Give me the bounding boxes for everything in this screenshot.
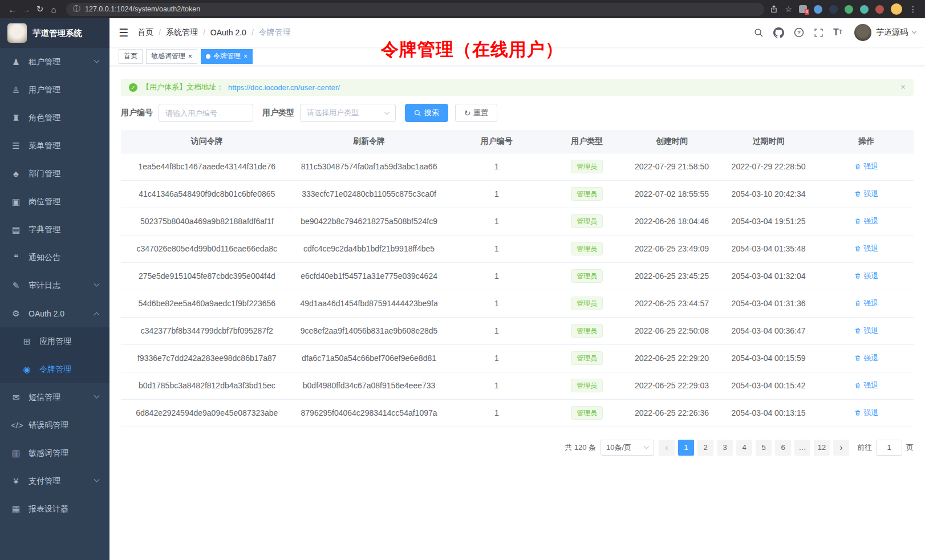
search-icon[interactable] — [754, 28, 764, 38]
sidebar-item-oauth2[interactable]: ⚙OAuth 2.0 — [0, 299, 109, 327]
sidebar-item-sms[interactable]: ✉短信管理 — [0, 383, 109, 411]
more-pages-button[interactable]: … — [794, 440, 810, 456]
sidebar-item-report-designer[interactable]: ▦报表设计器 — [0, 495, 109, 523]
page-button-2[interactable]: 2 — [697, 440, 713, 456]
goto-page-input[interactable] — [876, 440, 902, 456]
sidebar-item-tenant[interactable]: ♟租户管理 — [0, 48, 109, 76]
user-type-tag: 管理员 — [571, 297, 603, 310]
tab-home[interactable]: 首页 — [119, 49, 143, 64]
extension-icon[interactable]: 6 — [799, 5, 807, 13]
report-icon: ▦ — [11, 504, 21, 514]
sidebar-item-post[interactable]: ▣岗位管理 — [0, 188, 109, 216]
breadcrumb-item[interactable]: 首页 — [137, 27, 153, 38]
browser-forward-icon[interactable]: → — [19, 2, 33, 16]
extension-icon[interactable] — [845, 5, 853, 14]
tab-close-icon[interactable]: × — [244, 53, 248, 60]
access-token-cell: c347026e805e4d99b0d116eae66eda8c — [121, 235, 293, 262]
sidebar-item-role[interactable]: ♜角色管理 — [0, 104, 109, 132]
page-button-5[interactable]: 5 — [756, 440, 772, 456]
doc-link[interactable]: https://doc.iocoder.cn/user-center/ — [228, 83, 340, 92]
sidebar-item-audit-log[interactable]: ✎审计日志 — [0, 271, 109, 299]
force-logout-button[interactable]: 强退 — [854, 380, 878, 391]
dept-icon: ♣ — [11, 169, 21, 178]
create-time-cell: 2022-07-29 21:58:50 — [626, 153, 717, 180]
force-logout-button[interactable]: 强退 — [854, 271, 878, 281]
breadcrumb-item[interactable]: 系统管理 — [166, 27, 198, 38]
address-bar[interactable]: ⓘ 127.0.0.1:1024/system/oauth2/token — [66, 3, 764, 16]
bookmark-star-icon[interactable]: ☆ — [785, 5, 792, 14]
breadcrumb-separator: / — [251, 28, 254, 37]
user-id-cell: 1 — [445, 372, 549, 399]
column-header: 访问令牌 — [121, 130, 293, 153]
force-logout-button[interactable]: 强退 — [854, 408, 878, 418]
table-row: f9336e7c7dd242a283ee98dc86b17a87 dfa6c71… — [121, 344, 914, 372]
page-button-3[interactable]: 3 — [717, 440, 733, 456]
extension-icon[interactable] — [814, 5, 822, 14]
force-logout-label: 强退 — [863, 353, 878, 363]
user-menu[interactable]: 芋道源码 — [854, 24, 916, 41]
font-size-icon[interactable]: TT — [833, 28, 842, 37]
sidebar-item-dept[interactable]: ♣部门管理 — [0, 160, 109, 188]
page-button-1[interactable]: 1 — [678, 440, 694, 456]
fullscreen-icon[interactable] — [814, 28, 823, 38]
sidebar-item-dict[interactable]: ▤字典管理 — [0, 216, 109, 244]
expire-time-cell: 2054-03-04 01:31:36 — [718, 290, 819, 317]
force-logout-button[interactable]: 强退 — [854, 244, 878, 254]
breadcrumb-item[interactable]: OAuth 2.0 — [210, 28, 246, 37]
user-id-cell: 1 — [445, 344, 549, 372]
sidebar-item-oauth2-token[interactable]: ◉令牌管理 — [0, 355, 109, 383]
token-table-body: 1ea5e44f8bc1467aaede43144f31de76 811c530… — [121, 153, 914, 427]
browser-home-icon[interactable]: ⌂ — [47, 2, 60, 16]
search-button[interactable]: 搜索 — [405, 104, 448, 122]
sidebar-item-error-code[interactable]: </>错误码管理 — [0, 411, 109, 439]
oauth-icon: ⚙ — [11, 309, 21, 319]
create-time-cell: 2022-06-25 23:45:25 — [626, 262, 717, 290]
breadcrumb: 首页/系统管理/OAuth 2.0/令牌管理 — [137, 27, 291, 38]
sidebar-item-oauth2-app[interactable]: ⊞应用管理 — [0, 327, 109, 355]
browser-reload-icon[interactable]: ↻ — [33, 2, 47, 16]
share-icon[interactable] — [770, 5, 778, 13]
user-type-select[interactable]: 请选择用户类型 — [300, 104, 396, 122]
browser-back-icon[interactable]: ← — [6, 2, 19, 16]
force-logout-button[interactable]: 强退 — [854, 161, 878, 172]
help-icon[interactable]: ? — [794, 27, 804, 38]
expire-time-cell: 2054-03-04 01:35:48 — [718, 235, 819, 262]
reset-button[interactable]: ↻ 重置 — [455, 104, 497, 122]
tab-close-icon[interactable]: × — [188, 53, 192, 60]
next-page-button[interactable]: › — [833, 440, 849, 456]
role-icon: ♜ — [11, 113, 21, 123]
force-logout-label: 强退 — [863, 216, 878, 226]
user-type-tag: 管理员 — [571, 406, 603, 420]
page-button-12[interactable]: 12 — [814, 440, 830, 456]
page-button-4[interactable]: 4 — [736, 440, 752, 456]
browser-profile-avatar[interactable] — [891, 3, 902, 15]
prev-page-button[interactable]: ‹ — [659, 440, 675, 456]
page-size-select[interactable]: 10条/页 — [601, 440, 654, 456]
tab-sensitive-word[interactable]: 敏感词管理× — [146, 49, 197, 64]
page-button-6[interactable]: 6 — [775, 440, 791, 456]
sidebar-item-notice[interactable]: ❝通知公告 — [0, 244, 109, 271]
github-icon[interactable] — [773, 27, 784, 38]
extension-icon[interactable] — [875, 5, 884, 14]
site-info-icon[interactable]: ⓘ — [73, 4, 80, 14]
alert-close-icon[interactable]: × — [900, 82, 906, 92]
tab-token[interactable]: 令牌管理× — [201, 49, 253, 64]
browser-menu-icon[interactable]: ⋮ — [909, 5, 917, 14]
force-logout-button[interactable]: 强退 — [854, 216, 878, 226]
access-token-cell: b0d1785bc3a8482f812db4a3f3bd15ec — [121, 372, 293, 399]
force-logout-button[interactable]: 强退 — [854, 189, 878, 199]
force-logout-button[interactable]: 强退 — [854, 326, 878, 336]
sidebar-item-menu[interactable]: ☰菜单管理 — [0, 132, 109, 160]
user-type-tag: 管理员 — [571, 187, 603, 201]
extension-icon[interactable] — [829, 5, 838, 14]
sidebar-item-user[interactable]: ♙用户管理 — [0, 76, 109, 104]
user-id-input[interactable] — [159, 104, 253, 122]
force-logout-button[interactable]: 强退 — [854, 353, 878, 363]
sidebar-item-sensitive-word[interactable]: ▥敏感词管理 — [0, 439, 109, 467]
force-logout-button[interactable]: 强退 — [854, 298, 878, 309]
goto-page: 前往 页 — [857, 440, 914, 456]
extension-icon[interactable] — [860, 5, 869, 14]
sidebar-item-pay[interactable]: ¥支付管理 — [0, 467, 109, 495]
sidebar-collapse-icon[interactable]: ☰ — [119, 26, 128, 39]
create-time-cell: 2022-06-25 22:26:36 — [626, 399, 717, 427]
